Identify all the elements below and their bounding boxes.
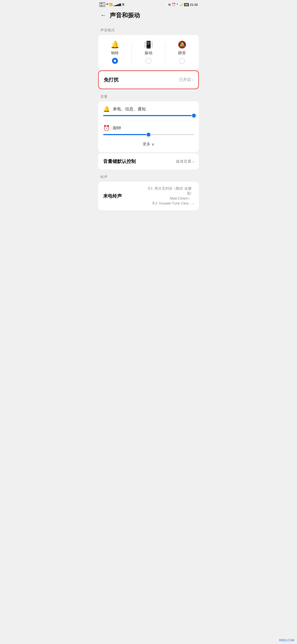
volume-key-row[interactable]: 音量键默认控制 媒体音量 ›: [98, 153, 199, 170]
vibrate-radio[interactable]: [145, 58, 152, 64]
signal-icon: ⁴⁶: [106, 3, 108, 6]
ringtone-slider-thumb[interactable]: [191, 113, 196, 118]
status-left: HD 1 HD 2 ⁴⁶ 📶 ▁▃▅▇ 支: [99, 2, 125, 7]
ringtone-value-3: 卡2: Huawei Tune Clea...: [144, 201, 191, 206]
dnd-title: 免打扰: [104, 77, 119, 83]
volume-key-value: 媒体音量 ›: [176, 159, 194, 164]
volume-key-value-text: 媒体音量: [176, 159, 191, 164]
ringtone-vol-icon: 🔔: [103, 106, 110, 112]
bluetooth-icon: *: [177, 3, 178, 6]
mode-silent[interactable]: 🔕 静音: [165, 39, 199, 65]
ringtone-vol-label: 来电、信息、通知: [113, 107, 146, 112]
hd-badge: HD 1 HD 2: [99, 2, 105, 7]
ringtone-volume-item: 🔔 来电、信息、通知: [103, 106, 194, 116]
dnd-row[interactable]: 免打扰 已开启 ›: [98, 70, 199, 89]
ringtone-row[interactable]: 来电铃声 卡1: 再次见到你（翻自 金娜英/ Mad Clown） 卡2: Hu…: [98, 182, 199, 210]
dnd-status-text: 已开启: [179, 77, 191, 82]
battery-icon: 30: [184, 3, 189, 6]
ringtone-value-2: Mad Clown）: [144, 196, 191, 201]
ring-label: 响铃: [111, 51, 119, 56]
status-bar: HD 1 HD 2 ⁴⁶ 📶 ▁▃▅▇ 支 N ⏰ * 🌙 30 21:32: [95, 0, 202, 8]
more-label: 更多: [143, 142, 150, 147]
ringtone-chevron: ›: [193, 201, 194, 206]
back-button[interactable]: ←: [100, 12, 106, 19]
dnd-chevron: ›: [192, 78, 193, 82]
more-button[interactable]: 更多 ∨: [103, 140, 194, 148]
mode-ring[interactable]: 🔔 响铃: [98, 39, 132, 65]
status-right: N ⏰ * 🌙 30 21:32: [169, 3, 198, 6]
alarm-icon: ⏰: [172, 3, 176, 6]
signal-bars-2: ▁▃▅▇: [113, 3, 121, 6]
silent-radio[interactable]: [179, 58, 185, 64]
sound-mode-card: 🔔 响铃 📳 振动 🔕 静音: [98, 35, 199, 69]
volume-label: 音量: [95, 90, 202, 101]
ringtone-value-1: 卡1: 再次见到你（翻自 金娜英/: [144, 186, 191, 196]
alarm-vol-header: ⏰ 闹钟: [103, 125, 194, 131]
header: ← 声音和振动: [95, 8, 202, 24]
ringtone-slider-track: [103, 115, 194, 116]
signal-bars-1: 📶: [109, 3, 112, 6]
volume-key-title: 音量键默认控制: [103, 158, 136, 165]
divider-1: [103, 121, 194, 121]
alarm-slider-thumb[interactable]: [146, 132, 151, 137]
clock: 21:32: [190, 3, 198, 6]
alarm-slider-track: [103, 134, 194, 135]
ringtone-vol-header: 🔔 来电、信息、通知: [103, 106, 194, 112]
content: 声音模式 🔔 响铃 📳 振动 🔕 静音 免打扰 已开启 › 音量: [95, 24, 202, 217]
nfc-icon: N: [169, 3, 171, 6]
alarm-vol-icon: ⏰: [103, 125, 110, 131]
dnd-status: 已开启 ›: [179, 77, 193, 82]
page-title: 声音和振动: [110, 11, 140, 20]
volume-card: 🔔 来电、信息、通知 ⏰ 闹钟 更多 ∨: [98, 101, 199, 152]
more-chevron-icon: ∨: [152, 142, 154, 146]
silent-label: 静音: [178, 51, 186, 56]
ringtone-row-value: 卡1: 再次见到你（翻自 金娜英/ Mad Clown） 卡2: Huawei …: [144, 186, 194, 206]
alarm-vol-label: 闹钟: [113, 125, 121, 131]
vibrate-icon: 📳: [144, 40, 153, 49]
vibrate-label: 振动: [145, 51, 152, 56]
pay-icon: 支: [122, 3, 125, 7]
ring-radio[interactable]: [112, 58, 118, 64]
mode-vibrate[interactable]: 📳 振动: [132, 39, 165, 65]
volume-key-chevron: ›: [193, 159, 194, 164]
ringtone-section-label: 铃声: [95, 171, 202, 182]
moon-icon: 🌙: [179, 3, 183, 6]
alarm-volume-item: ⏰ 闹钟: [103, 125, 194, 135]
ringtone-title: 来电铃声: [103, 193, 122, 199]
alarm-slider-fill[interactable]: [103, 134, 148, 135]
sound-mode-label: 声音模式: [95, 24, 202, 35]
ringtone-slider-fill[interactable]: [103, 115, 194, 116]
ringtone-card: 来电铃声 卡1: 再次见到你（翻自 金娜英/ Mad Clown） 卡2: Hu…: [98, 182, 199, 210]
ring-icon: 🔔: [111, 40, 119, 49]
silent-icon: 🔕: [178, 40, 186, 49]
